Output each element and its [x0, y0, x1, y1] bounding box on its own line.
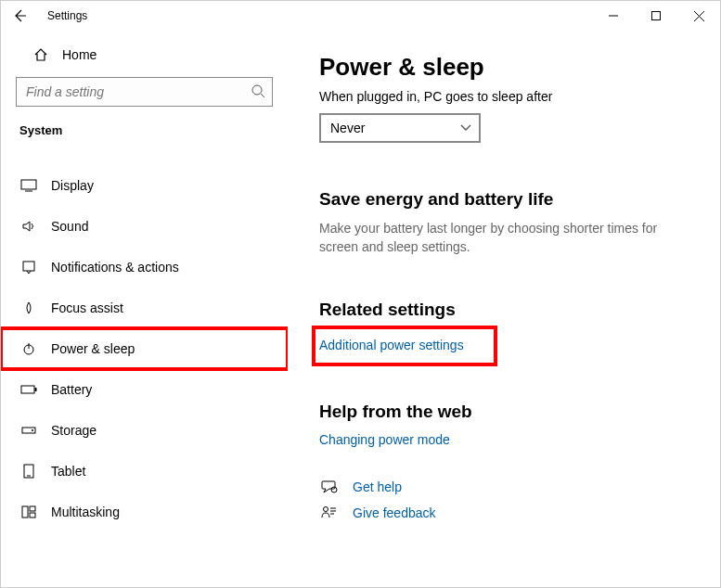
content-pane: Power & sleep When plugged in, PC goes t… [288, 31, 720, 587]
svg-point-14 [32, 429, 33, 431]
svg-line-5 [261, 94, 264, 97]
focus-icon [19, 300, 38, 315]
sidebar-item-label: Display [51, 178, 94, 193]
svg-rect-12 [35, 388, 37, 391]
power-icon [19, 341, 38, 356]
svg-point-4 [252, 85, 262, 95]
sidebar-item-multitasking[interactable]: Multitasking [1, 492, 288, 532]
sidebar-item-focus-assist[interactable]: Focus assist [1, 288, 288, 328]
help-heading: Help from the web [319, 402, 683, 422]
sidebar-item-battery[interactable]: Battery [1, 369, 288, 410]
sidebar-item-label: Focus assist [51, 300, 123, 315]
related-heading: Related settings [319, 300, 683, 320]
sidebar-item-label: Power & sleep [51, 341, 135, 356]
svg-rect-19 [30, 513, 35, 518]
svg-rect-18 [30, 506, 35, 511]
search-icon [251, 83, 265, 98]
sidebar: Home System Display Sound Notifications … [1, 31, 288, 587]
sidebar-item-label: Battery [51, 382, 92, 397]
battery-icon [19, 384, 38, 395]
sidebar-item-storage[interactable]: Storage [1, 410, 288, 451]
sleep-dropdown[interactable]: Never [319, 113, 481, 143]
maximize-button[interactable] [635, 1, 677, 31]
sidebar-item-notifications[interactable]: Notifications & actions [1, 247, 288, 288]
multitasking-icon [19, 505, 38, 518]
minimize-button[interactable] [592, 1, 635, 31]
energy-heading: Save energy and battery life [319, 189, 683, 210]
sidebar-nav: Display Sound Notifications & actions Fo… [1, 152, 288, 532]
back-button[interactable] [12, 8, 31, 23]
svg-rect-17 [22, 506, 28, 518]
sidebar-item-label: Notifications & actions [51, 260, 179, 275]
svg-rect-11 [21, 386, 34, 393]
energy-description: Make your battery last longer by choosin… [319, 219, 663, 257]
sidebar-home-label: Home [62, 47, 97, 62]
feedback-icon [319, 505, 340, 520]
window-buttons [592, 1, 720, 31]
additional-power-settings-link[interactable]: Additional power settings [319, 338, 464, 352]
get-help-icon [319, 479, 340, 494]
search-input[interactable] [16, 77, 273, 107]
close-button[interactable] [677, 1, 720, 31]
give-feedback-link[interactable]: Give feedback [353, 505, 436, 520]
chevron-down-icon [460, 124, 471, 132]
plugged-in-label: When plugged in, PC goes to sleep after [319, 89, 683, 104]
sidebar-item-tablet[interactable]: Tablet [1, 451, 288, 492]
display-icon [19, 179, 38, 192]
get-help-link[interactable]: Get help [353, 479, 402, 494]
sound-icon [19, 219, 38, 234]
sidebar-item-sound[interactable]: Sound [1, 206, 288, 247]
page-heading: Power & sleep [319, 53, 683, 82]
window-title: Settings [47, 9, 87, 22]
svg-point-21 [324, 506, 328, 511]
highlighted-link-box: Additional power settings [315, 329, 494, 363]
home-icon [32, 47, 49, 62]
tablet-icon [19, 464, 38, 479]
sidebar-item-label: Tablet [51, 464, 85, 479]
svg-rect-8 [23, 262, 34, 271]
sidebar-item-display[interactable]: Display [1, 165, 288, 206]
titlebar: Settings [1, 1, 720, 31]
svg-rect-1 [652, 12, 661, 20]
sidebar-item-label: Storage [51, 423, 97, 438]
storage-icon [19, 425, 38, 436]
changing-power-mode-link[interactable]: Changing power mode [319, 432, 450, 447]
dropdown-value: Never [330, 121, 365, 135]
svg-point-20 [331, 487, 337, 492]
notifications-icon [19, 260, 38, 275]
sidebar-home[interactable]: Home [1, 42, 288, 68]
sidebar-item-power-sleep[interactable]: Power & sleep [1, 328, 288, 369]
sidebar-item-label: Multitasking [51, 505, 120, 519]
svg-rect-6 [21, 180, 36, 189]
sidebar-item-label: Sound [51, 219, 88, 234]
section-label: System [1, 120, 288, 152]
